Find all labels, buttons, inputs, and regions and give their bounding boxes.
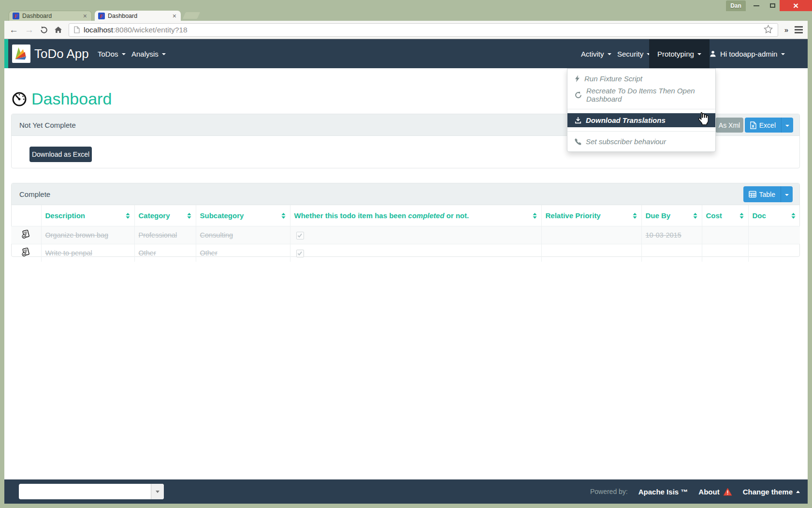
refresh-icon	[575, 91, 582, 99]
cell-description: Organize brown bag	[45, 231, 109, 239]
todo-item-icon-cell[interactable]	[11, 244, 41, 262]
todo-item-icon	[21, 230, 30, 239]
todo-item-icon	[21, 248, 30, 257]
column-header-due-by[interactable]: Due By	[641, 205, 702, 226]
nav-item-user[interactable]: Hi todoapp-admin	[702, 39, 792, 68]
chevron-down-icon	[781, 53, 785, 55]
panel-title: Complete	[19, 190, 50, 198]
sort-icon[interactable]	[533, 213, 537, 219]
browser-tab-active[interactable]: F Dashboard ×	[95, 11, 181, 21]
prototyping-dropdown-menu: Run Fixture Script Recreate To Do Items …	[567, 68, 716, 152]
column-header-icon	[11, 205, 41, 226]
table-button-caret[interactable]	[781, 186, 793, 202]
completed-checkbox[interactable]	[296, 250, 304, 257]
tab-close-icon[interactable]: ×	[82, 12, 88, 20]
about-link[interactable]: About	[698, 488, 732, 496]
sort-icon[interactable]	[633, 213, 637, 219]
more-extensions-icon[interactable]: »	[784, 26, 788, 34]
chevron-down-icon	[697, 53, 701, 55]
bookmark-star-icon[interactable]	[764, 25, 773, 35]
browser-menu-icon[interactable]	[795, 26, 803, 33]
sort-icon[interactable]	[281, 213, 286, 219]
theme-select-value	[19, 484, 151, 499]
window-close-button[interactable]: ×	[780, 0, 812, 11]
menu-item-recreate-todo-items[interactable]: Recreate To Do Items Then Open Dashboard	[567, 85, 715, 105]
dashboard-gauge-icon	[12, 91, 27, 107]
column-header-cost[interactable]: Cost	[702, 205, 748, 226]
completed-todos-table: Description Category Subcategory Whether…	[11, 205, 800, 262]
reload-icon[interactable]	[40, 26, 48, 34]
excel-button-main[interactable]: Excel	[745, 118, 781, 133]
download-as-xml-button[interactable]: As Xml	[715, 118, 743, 133]
theme-select[interactable]	[19, 484, 164, 499]
table-icon	[749, 191, 756, 198]
apache-isis-link[interactable]: Apache Isis ™	[638, 488, 688, 496]
page-icon	[74, 26, 80, 33]
table-button-main[interactable]: Table	[743, 186, 781, 202]
table-row: Organize brown bag Professional Consulti…	[11, 226, 800, 244]
table-view-button: Table	[743, 186, 793, 202]
change-theme-link[interactable]: Change theme	[743, 488, 800, 496]
chrome-profile-badge[interactable]: Dan	[726, 0, 746, 11]
app-footer: Powered by: Apache Isis ™ About Change t…	[4, 479, 808, 504]
new-tab-button[interactable]	[183, 12, 201, 19]
sort-icon[interactable]	[693, 213, 697, 219]
cell-category: Other	[139, 249, 156, 257]
window-minimize-button[interactable]	[748, 0, 764, 11]
chevron-down-icon	[162, 53, 166, 55]
minimize-icon	[754, 5, 759, 6]
window-maximize-button[interactable]	[765, 0, 780, 11]
maximize-icon	[770, 3, 775, 8]
panel-header: Complete Table	[12, 183, 799, 205]
sort-icon[interactable]	[791, 213, 796, 219]
page-viewport: ToDo App ToDos Analysis Activity Securit…	[4, 39, 808, 504]
column-header-category[interactable]: Category	[134, 205, 196, 226]
cell-due-by: 10-03-2015	[646, 231, 682, 239]
menu-item-download-translations[interactable]: Download Translations	[567, 113, 715, 127]
brand-title[interactable]: ToDo App	[34, 39, 89, 68]
sort-icon[interactable]	[126, 213, 130, 219]
menu-item-run-fixture-script[interactable]: Run Fixture Script	[567, 73, 715, 85]
browser-toolbar: ← → localhost:8080/wicket/entity?18 »	[4, 21, 808, 39]
cell-category: Professional	[139, 231, 177, 239]
home-icon[interactable]	[54, 26, 62, 33]
powered-by-label: Powered by:	[590, 488, 628, 495]
warning-icon	[723, 488, 732, 496]
url-text: localhost:8080/wicket/entity?18	[84, 26, 188, 34]
bolt-icon	[575, 75, 580, 82]
completed-checkbox[interactable]	[296, 232, 304, 239]
favicon: F	[98, 13, 105, 19]
address-bar[interactable]: localhost:8080/wicket/entity?18	[69, 23, 778, 37]
browser-window: Dan × F Dashboard × F Dashboard × ← → lo…	[0, 0, 812, 508]
apache-isis-logo[interactable]	[12, 45, 30, 63]
chevron-down-icon	[156, 491, 160, 493]
cell-subcategory: Consulting	[200, 231, 233, 239]
back-icon[interactable]: ←	[9, 25, 18, 35]
user-icon	[710, 50, 716, 57]
column-header-completed[interactable]: Whether this todo item has been complete…	[290, 205, 541, 226]
menu-item-set-subscriber-behaviour[interactable]: Set subscriber behaviour	[567, 135, 715, 148]
excel-file-icon	[750, 121, 756, 129]
column-header-relative-priority[interactable]: Relative Priority	[541, 205, 641, 226]
nav-item-analysis[interactable]: Analysis	[124, 39, 173, 68]
todo-item-icon-cell[interactable]	[11, 226, 41, 244]
excel-button-caret[interactable]	[781, 118, 793, 133]
sort-icon[interactable]	[187, 213, 191, 219]
accent-strip	[4, 39, 8, 68]
sort-icon[interactable]	[740, 213, 744, 219]
column-header-description[interactable]: Description	[41, 205, 134, 226]
column-header-subcategory[interactable]: Subcategory	[196, 205, 290, 226]
menu-divider	[567, 109, 715, 109]
browser-tab-inactive[interactable]: F Dashboard ×	[9, 11, 92, 21]
app-navbar: ToDo App ToDos Analysis Activity Securit…	[4, 39, 808, 68]
favicon: F	[13, 13, 19, 19]
download-as-excel-button[interactable]: Download as Excel	[29, 147, 92, 162]
theme-select-button[interactable]	[151, 484, 164, 499]
column-header-doc[interactable]: Doc	[748, 205, 800, 226]
chevron-down-icon	[785, 194, 789, 196]
complete-panel: Complete Table Descriptio	[11, 183, 800, 257]
tab-close-icon[interactable]: ×	[172, 12, 177, 20]
nav-item-prototyping[interactable]: Prototyping	[649, 39, 710, 68]
menu-divider	[567, 131, 715, 132]
cell-description: Write to penpal	[45, 249, 92, 257]
